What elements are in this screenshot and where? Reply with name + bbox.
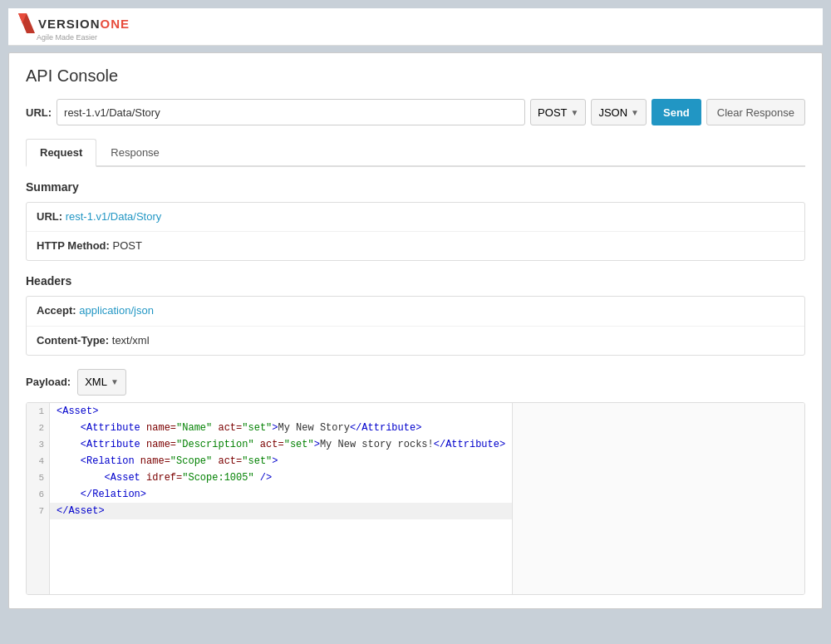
code-line-7: 7 </Asset> — [27, 503, 512, 519]
line-content-1: <Asset> — [50, 403, 105, 420]
line-content-10 — [50, 549, 69, 564]
format-dropdown[interactable]: JSON ▼ — [591, 99, 647, 125]
summary-box: URL: rest-1.v1/Data/Story HTTP Method: P… — [26, 202, 805, 261]
summary-url-label: URL: — [37, 210, 62, 223]
code-line-6: 6 </Relation> — [27, 486, 512, 503]
line-content-2: <Attribute name="Name" act="set">My New … — [50, 420, 428, 436]
payload-format-label: XML — [85, 376, 107, 388]
headers-title: Headers — [26, 274, 805, 288]
code-line-1: 1 <Asset> — [27, 403, 512, 420]
content-type-value: text/xml — [112, 334, 150, 347]
code-line-10 — [27, 549, 512, 564]
url-input[interactable] — [57, 99, 525, 125]
line-content-5: <Asset idref="Scope:1005" /> — [50, 469, 278, 486]
code-line-3: 3 <Attribute name="Description" act="set… — [27, 436, 512, 453]
content-type-label: Content-Type: — [37, 334, 109, 347]
line-num-9 — [27, 534, 50, 549]
code-line-8 — [27, 519, 512, 534]
clear-response-button[interactable]: Clear Response — [706, 99, 805, 125]
headers-box: Accept: application/json Content-Type: t… — [26, 296, 805, 355]
code-line-12 — [27, 579, 512, 594]
url-label: URL: — [26, 106, 52, 119]
line-num-1: 1 — [27, 403, 50, 420]
line-num-3: 3 — [27, 436, 50, 453]
url-row: URL: POST ▼ JSON ▼ Send Clear Response — [26, 99, 805, 125]
method-label: POST — [538, 106, 567, 119]
headers-section: Headers Accept: application/json Content… — [26, 274, 805, 355]
line-num-2: 2 — [27, 420, 50, 436]
send-button[interactable]: Send — [652, 99, 701, 125]
accept-value: application/json — [79, 304, 154, 317]
code-line-11 — [27, 564, 512, 579]
code-line-4: 4 <Relation name="Scope" act="set"> — [27, 453, 512, 469]
line-content-9 — [50, 534, 69, 549]
format-label: JSON — [598, 106, 627, 119]
code-line-9 — [27, 534, 512, 549]
payload-format-dropdown[interactable]: XML ▼ — [77, 369, 126, 396]
line-content-8 — [50, 519, 69, 534]
logo-icon — [18, 13, 35, 33]
line-num-8 — [27, 519, 50, 534]
payload-label: Payload: — [26, 376, 71, 388]
tab-response[interactable]: Response — [96, 139, 174, 167]
logo: VERSIONONE Agile Made Easier — [18, 13, 130, 42]
page-title: API Console — [26, 66, 805, 86]
tab-request[interactable]: Request — [26, 139, 96, 167]
line-num-11 — [27, 564, 50, 579]
code-editor[interactable]: 1 <Asset> 2 <Attribute name="Name" act="… — [26, 402, 805, 595]
code-line-2: 2 <Attribute name="Name" act="set">My Ne… — [27, 420, 512, 436]
line-content-7: </Asset> — [50, 503, 111, 519]
logo-tagline: Agile Made Easier — [37, 33, 97, 42]
accept-row: Accept: application/json — [27, 297, 804, 326]
line-content-12 — [50, 579, 69, 594]
tabs-row: Request Response — [26, 139, 805, 167]
code-line-5: 5 <Asset idref="Scope:1005" /> — [27, 469, 512, 486]
summary-url-value: rest-1.v1/Data/Story — [66, 210, 162, 223]
summary-method-label: HTTP Method: — [37, 239, 110, 252]
accept-label: Accept: — [37, 304, 76, 317]
main-panel: API Console URL: POST ▼ JSON ▼ Send Clea… — [8, 52, 823, 609]
line-num-6: 6 — [27, 486, 50, 503]
payload-row: Payload: XML ▼ — [26, 369, 805, 396]
summary-url-row: URL: rest-1.v1/Data/Story — [27, 203, 804, 232]
line-content-11 — [50, 564, 69, 579]
app-header: VERSIONONE Agile Made Easier — [8, 8, 823, 46]
logo-name: VERSIONONE — [38, 17, 130, 31]
summary-method-row: HTTP Method: POST — [27, 232, 804, 260]
line-num-12 — [27, 579, 50, 594]
line-num-10 — [27, 549, 50, 564]
line-num-5: 5 — [27, 469, 50, 486]
line-content-6: </Relation> — [50, 486, 153, 503]
format-chevron-icon: ▼ — [631, 108, 639, 117]
code-split: 1 <Asset> 2 <Attribute name="Name" act="… — [27, 403, 804, 594]
method-dropdown[interactable]: POST ▼ — [530, 99, 586, 125]
code-left-pane: 1 <Asset> 2 <Attribute name="Name" act="… — [27, 403, 513, 594]
code-right-pane — [513, 403, 804, 594]
line-num-4: 4 — [27, 453, 50, 469]
line-num-7: 7 — [27, 503, 50, 519]
logo-text: VERSIONONE — [18, 13, 130, 33]
line-content-3: <Attribute name="Description" act="set">… — [50, 436, 512, 453]
summary-method-value: POST — [112, 239, 141, 252]
payload-format-chevron-icon: ▼ — [111, 377, 119, 386]
summary-title: Summary — [26, 180, 805, 194]
content-type-row: Content-Type: text/xml — [27, 327, 804, 355]
line-content-4: <Relation name="Scope" act="set"> — [50, 453, 285, 469]
method-chevron-icon: ▼ — [571, 108, 579, 117]
